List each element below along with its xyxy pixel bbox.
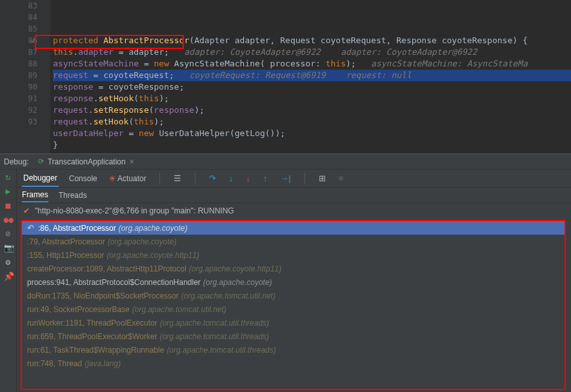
line-number: 91 (0, 93, 37, 104)
stop-icon[interactable]: ■ (4, 201, 13, 210)
mute-breakpoints-icon[interactable]: ⊘ (4, 229, 13, 238)
frame-package: (java.lang) (85, 359, 121, 368)
evaluate-icon[interactable]: ⊞ (317, 173, 328, 183)
line-number: 92 (0, 104, 37, 116)
stack-frame[interactable]: run:49, SocketProcessorBase(org.apache.t… (22, 302, 565, 316)
debug-titlebar: Debug: ⟳ TranscationApplication × (0, 154, 571, 170)
frame-package: (org.apache.tomcat.util.net) (181, 291, 275, 300)
resume-icon[interactable]: ▶ (4, 186, 13, 195)
frame-text: run:659, ThreadPoolExecutor$Worker (27, 332, 157, 341)
tab-debugger[interactable]: Debugger (22, 170, 59, 187)
frame-text: run:748, Thread (27, 359, 82, 368)
code-editor[interactable]: 83 84 85 86 87 88 89 90 91 92 93 protect… (0, 0, 571, 153)
line-gutter: 83 84 85 86 87 88 89 90 91 92 93 (0, 0, 50, 153)
stack-frame[interactable]: process:941, AbstractProtocol$Connection… (22, 275, 565, 289)
frame-package: (org.apache.coyote) (119, 224, 188, 233)
step-into-icon[interactable]: ↓ (227, 173, 235, 183)
settings-icon[interactable]: ⚙ (4, 257, 13, 266)
code-line[interactable]: asyncStateMachine = new AsyncStateMachin… (53, 58, 571, 70)
frame-text: process:941, AbstractProtocol$Connection… (27, 278, 201, 287)
more-icon[interactable]: ≡ (337, 173, 346, 183)
stack-frame[interactable]: run:61, TaskThread$WrappingRunnable(org.… (22, 343, 565, 357)
frame-package: (org.apache.coyote) (108, 237, 177, 246)
code-line[interactable]: request = coyoteRequest; coyoteRequest: … (53, 70, 571, 81)
frame-package: (org.apache.coyote) (203, 278, 272, 287)
line-number: 87 (0, 46, 37, 58)
tab-console[interactable]: Console (68, 170, 99, 187)
stack-frame[interactable]: :155, Http11Processor(org.apache.coyote.… (22, 248, 565, 262)
debug-label: Debug: (4, 157, 29, 166)
step-over-icon[interactable]: ↷ (207, 173, 218, 183)
code-line[interactable]: this.adapter = adapter; adapter: CoyoteA… (53, 46, 571, 58)
subtab-frames[interactable]: Frames (22, 188, 48, 202)
frame-text: createProcessor:1089, AbstractHttp11Prot… (27, 264, 186, 273)
tab-actuator[interactable]: ✳ Actuator (108, 170, 148, 187)
frame-text: :86, AbstractProcessor (38, 224, 116, 233)
subtab-threads[interactable]: Threads (59, 188, 87, 202)
frame-text: :79, AbstractProcessor (27, 237, 105, 246)
stack-frame[interactable]: ↶:86, AbstractProcessor(org.apache.coyot… (22, 221, 565, 235)
line-number: 83 (0, 0, 37, 12)
line-number: 88 (0, 58, 37, 70)
code-line[interactable]: request.setHook(this); (53, 116, 571, 128)
close-icon[interactable]: × (130, 157, 134, 166)
code-line[interactable]: response = coyoteResponse; (53, 81, 571, 93)
line-number: 89 (0, 70, 37, 81)
stack-frame[interactable]: createProcessor:1089, AbstractHttp11Prot… (22, 262, 565, 275)
line-number[interactable]: 86 (0, 35, 37, 46)
thread-selector[interactable]: ✔ "http-nio-8080-exec-2"@6,766 in group … (17, 203, 571, 219)
stack-frame[interactable]: doRun:1735, NioEndpoint$SocketProcessor(… (22, 289, 565, 302)
rerun-icon[interactable]: ↻ (4, 172, 13, 181)
line-number: 90 (0, 81, 37, 93)
debug-tabs: Debugger Console ✳ Actuator ☰ ↷ ↓ ↓ ↑ →|… (17, 170, 571, 188)
get-thread-dump-icon[interactable]: 📷 (4, 243, 13, 252)
frame-package: (org.apache.tomcat.util.threads) (160, 318, 269, 328)
stack-frame[interactable]: runWorker:1191, ThreadPoolExecutor(org.a… (22, 316, 565, 329)
stack-frame[interactable]: :79, AbstractProcessor(org.apache.coyote… (22, 235, 565, 248)
debug-tool-window: Debug: ⟳ TranscationApplication × ↻ ▶ ■ … (0, 153, 571, 392)
code-line[interactable]: request.setResponse(response); (53, 104, 571, 116)
stack-frame[interactable]: run:748, Thread(java.lang) (22, 357, 565, 370)
frame-package: (org.apache.tomcat.util.threads) (166, 346, 275, 355)
code-line[interactable]: userDataHelper = new UserDataHelper(getL… (53, 128, 571, 139)
view-breakpoints-icon[interactable]: ●● (4, 215, 13, 224)
frames-list[interactable]: ↶:86, AbstractProcessor(org.apache.coyot… (21, 220, 566, 390)
code-line[interactable]: response.setHook(this); (53, 93, 571, 104)
run-config-name[interactable]: TranscationApplication (48, 157, 126, 166)
frame-package: (org.apache.tomcat.util.net) (132, 305, 226, 314)
code-area[interactable]: protected AbstractProcessor(Adapter adap… (50, 0, 571, 153)
frame-text: run:49, SocketProcessorBase (27, 305, 130, 314)
line-number: 84 (0, 12, 37, 23)
run-to-cursor-icon[interactable]: →| (278, 173, 292, 183)
debug-left-toolbar: ↻ ▶ ■ ●● ⊘ 📷 ⚙ 📌 (0, 170, 17, 392)
step-out-icon[interactable]: ↑ (261, 173, 270, 183)
frames-threads-tabs: Frames Threads (17, 188, 571, 203)
thread-name: "http-nio-8080-exec-2"@6,766 in group "m… (35, 206, 234, 215)
pin-icon[interactable]: 📌 (4, 271, 13, 280)
frame-text: doRun:1735, NioEndpoint$SocketProcessor (27, 291, 179, 300)
drop-frame-icon[interactable]: ↶ (27, 223, 34, 233)
layout-icon[interactable]: ☰ (172, 173, 183, 183)
frame-text: runWorker:1191, ThreadPoolExecutor (27, 318, 157, 328)
thread-status-icon: ✔ (23, 206, 30, 215)
code-line[interactable]: } (53, 139, 571, 151)
frame-text: :155, Http11Processor (27, 251, 104, 260)
stack-frame[interactable]: run:659, ThreadPoolExecutor$Worker(org.a… (22, 329, 565, 343)
frame-text: run:61, TaskThread$WrappingRunnable (27, 346, 164, 355)
run-config-icon: ⟳ (38, 157, 44, 166)
line-number: 93 (0, 116, 37, 128)
frame-package: (org.apache.coyote.http11) (189, 264, 281, 273)
frame-package: (org.apache.coyote.http11) (106, 251, 199, 260)
force-step-into-icon[interactable]: ↓ (244, 173, 252, 183)
frame-package: (org.apache.tomcat.util.threads) (160, 332, 269, 341)
line-number: 85 (0, 23, 37, 35)
code-line[interactable] (53, 151, 571, 153)
code-line[interactable]: protected AbstractProcessor(Adapter adap… (53, 35, 571, 46)
